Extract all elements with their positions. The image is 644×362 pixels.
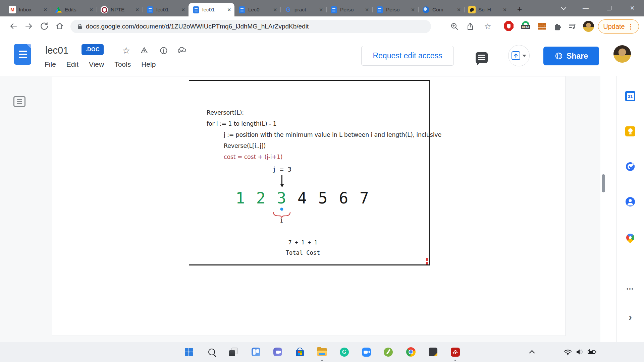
tab-close-icon[interactable]: ✕ bbox=[227, 7, 231, 12]
editing-mode-button[interactable] bbox=[508, 45, 530, 66]
save-status-button[interactable] bbox=[177, 46, 187, 56]
url-text[interactable]: docs.google.com/document/d/1ZU2oWWIUcPTm… bbox=[86, 20, 309, 33]
maximize-button[interactable] bbox=[601, 1, 618, 15]
adblock-extension-icon[interactable] bbox=[504, 21, 514, 31]
calendar-icon[interactable]: 31 bbox=[625, 91, 636, 102]
media-playlist-button[interactable] bbox=[567, 21, 577, 31]
acrobat-button[interactable] bbox=[448, 345, 462, 359]
tab-close-icon[interactable]: ✕ bbox=[181, 7, 185, 12]
share-button[interactable]: Share bbox=[543, 47, 599, 65]
task-view-button[interactable] bbox=[226, 345, 240, 359]
menu-file[interactable]: File bbox=[45, 60, 56, 68]
tab-search-button[interactable] bbox=[555, 1, 572, 15]
page-scrollbar[interactable] bbox=[600, 76, 616, 342]
tab-close-icon[interactable]: ✕ bbox=[411, 7, 415, 12]
widgets-button[interactable] bbox=[249, 345, 263, 359]
move-to-drive-button[interactable] bbox=[139, 46, 149, 56]
reload-button[interactable] bbox=[40, 21, 49, 31]
tasks-icon[interactable] bbox=[625, 161, 636, 172]
browser-tab[interactable]: Gpract✕ bbox=[280, 3, 326, 16]
battery-button[interactable] bbox=[585, 345, 599, 359]
request-edit-access-button[interactable]: Request edit access bbox=[361, 46, 454, 66]
browser-tab[interactable]: NPTE✕ bbox=[97, 3, 143, 16]
total-cost-label: Total Cost bbox=[286, 249, 320, 256]
running-indicator-dot bbox=[454, 360, 456, 361]
browser-tab[interactable]: Lec0✕ bbox=[234, 3, 280, 16]
tab-close-icon[interactable]: ✕ bbox=[457, 7, 461, 12]
tab-title: Sci-H bbox=[478, 7, 500, 13]
show-outline-button[interactable] bbox=[13, 96, 25, 107]
zoom-level-button[interactable] bbox=[450, 22, 459, 31]
new-tab-button[interactable]: + bbox=[514, 4, 525, 14]
browser-tab[interactable]: Perso✕ bbox=[372, 3, 418, 16]
docs-favicon bbox=[377, 6, 383, 13]
menu-help[interactable]: Help bbox=[141, 60, 156, 68]
comments-button[interactable] bbox=[476, 52, 488, 63]
gmail-favicon bbox=[9, 6, 16, 13]
chrome-button[interactable] bbox=[404, 345, 418, 359]
tab-close-icon[interactable]: ✕ bbox=[43, 7, 47, 12]
zoom-app-button[interactable] bbox=[359, 345, 373, 359]
minimize-button[interactable]: — bbox=[577, 1, 594, 15]
bookmark-star-button[interactable]: ☆ bbox=[483, 22, 492, 31]
file-explorer-button[interactable] bbox=[315, 345, 329, 359]
docs-favicon bbox=[239, 6, 245, 13]
browser-tab[interactable]: Inbox✕ bbox=[5, 3, 51, 16]
back-button[interactable] bbox=[9, 21, 18, 31]
google-docs-logo[interactable] bbox=[14, 44, 31, 65]
move-folder-icon bbox=[140, 46, 149, 55]
tab-title: Com bbox=[432, 7, 454, 13]
volume-button[interactable] bbox=[573, 345, 587, 359]
windows-taskbar: G ENG IN bbox=[0, 342, 644, 362]
share-page-button[interactable] bbox=[466, 22, 475, 31]
tab-close-icon[interactable]: ✕ bbox=[273, 7, 277, 12]
tray-expand-button[interactable] bbox=[525, 345, 539, 359]
brick-wall-icon bbox=[538, 22, 546, 30]
extensions-button[interactable] bbox=[552, 21, 562, 31]
maps-icon[interactable] bbox=[625, 232, 636, 243]
document-title[interactable]: lec01 bbox=[45, 45, 68, 56]
taskbar-search-button[interactable] bbox=[205, 345, 219, 359]
grammarly-button[interactable]: G bbox=[337, 345, 351, 359]
tab-close-icon[interactable]: ✕ bbox=[503, 7, 507, 12]
start-button[interactable] bbox=[182, 345, 196, 359]
browser-tab[interactable]: Com✕ bbox=[418, 3, 464, 16]
tab-close-icon[interactable]: ✕ bbox=[89, 7, 93, 12]
more-addons-button[interactable]: ••• bbox=[627, 286, 634, 292]
browser-tab[interactable]: Edits✕ bbox=[51, 3, 97, 16]
browser-tab[interactable]: lec01✕ bbox=[143, 3, 189, 16]
star-document-button[interactable]: ☆ bbox=[121, 46, 131, 56]
lock-icon[interactable] bbox=[76, 23, 83, 30]
browser-profile-avatar[interactable] bbox=[583, 21, 594, 32]
tab-close-icon[interactable]: ✕ bbox=[365, 7, 369, 12]
browser-tab-strip: Inbox✕Edits✕NPTE✕lec01✕lec01✕Lec0✕Gpract… bbox=[0, 0, 644, 16]
teams-chat-button[interactable] bbox=[271, 345, 285, 359]
menu-edit[interactable]: Edit bbox=[66, 60, 78, 68]
wall-extension-icon[interactable] bbox=[537, 21, 547, 31]
browser-tab[interactable]: Perso✕ bbox=[326, 3, 372, 16]
contacts-icon[interactable] bbox=[625, 196, 636, 207]
docs-account-avatar[interactable] bbox=[613, 45, 631, 63]
beta-extension-icon[interactable]: BETA bbox=[520, 21, 531, 32]
close-window-button[interactable]: ✕ bbox=[624, 1, 641, 15]
zoom-in-icon bbox=[450, 22, 459, 31]
chrome-icon bbox=[406, 347, 416, 357]
pen-app-button[interactable] bbox=[381, 345, 395, 359]
browser-tab-active[interactable]: lec01✕ bbox=[189, 3, 234, 16]
tab-close-icon[interactable]: ✕ bbox=[319, 7, 323, 12]
keep-icon[interactable] bbox=[625, 126, 636, 137]
scrollbar-thumb[interactable] bbox=[602, 174, 605, 192]
cost-sum-line: 7 + 1 + 1 bbox=[288, 239, 318, 246]
tab-close-icon[interactable]: ✕ bbox=[135, 7, 139, 12]
address-bar[interactable]: docs.google.com/document/d/1ZU2oWWIUcPTm… bbox=[70, 20, 431, 33]
document-status-button[interactable] bbox=[159, 46, 169, 56]
menu-tools[interactable]: Tools bbox=[114, 60, 131, 68]
microsoft-store-button[interactable] bbox=[293, 345, 307, 359]
hide-panel-button[interactable]: › bbox=[629, 311, 632, 323]
home-button[interactable] bbox=[55, 21, 64, 31]
chrome-update-button[interactable]: Update ⋮ bbox=[598, 19, 639, 34]
menu-view[interactable]: View bbox=[89, 60, 104, 68]
browser-tab[interactable]: Sci-H✕ bbox=[464, 3, 510, 16]
sticky-notes-button[interactable] bbox=[426, 345, 440, 359]
forward-button[interactable] bbox=[24, 21, 34, 31]
